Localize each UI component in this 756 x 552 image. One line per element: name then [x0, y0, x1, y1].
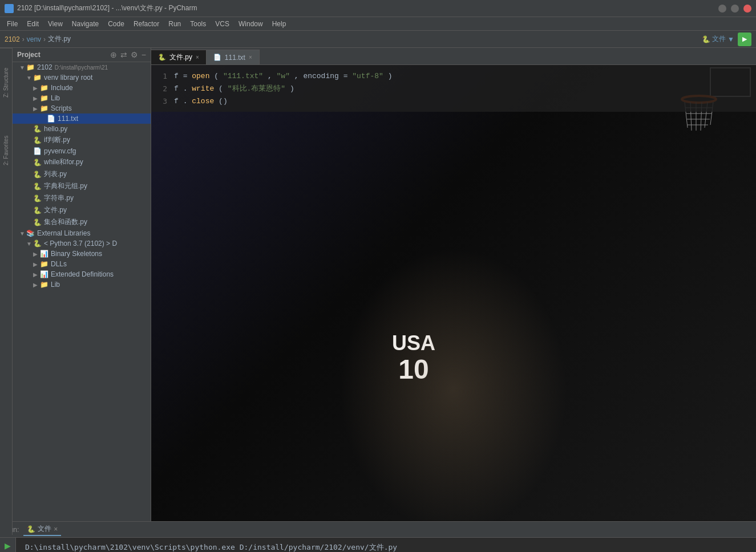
menu-bar: File Edit View Navigate Code Refactor Ru…	[0, 17, 756, 31]
tree-set[interactable]: 🐍 集合和函数.py	[13, 216, 151, 228]
code-editor[interactable]: USA 10 1 f = open ( "111.txt" , "w"	[151, 65, 756, 521]
menu-code[interactable]: Code	[103, 19, 129, 29]
code-lines: 1 f = open ( "111.txt" , "w" , encoding …	[151, 65, 756, 112]
nav-bar: 2102 › venv › 文件.py 🐍 文件 ▼ ▶	[0, 31, 756, 48]
menu-tools[interactable]: Tools	[185, 19, 211, 29]
tree-if[interactable]: 🐍 if判断.py	[13, 134, 151, 146]
tree-dlls[interactable]: ▶ 📁 DLLs	[13, 259, 151, 269]
tree-111txt[interactable]: 📄 111.txt	[13, 113, 151, 124]
run-left-toolbar: ▶ ■ ↺ ↓ ↵ 📌 🖨 🗑 ★	[0, 538, 16, 552]
breadcrumb-file[interactable]: 文件.py	[48, 34, 71, 44]
file-dropdown[interactable]: 🐍 文件 ▼	[702, 34, 734, 44]
run-panel: Run: 🐍 文件 × ▶ ■ ↺ ↓ ↵ 📌 🖨 🗑 ★ D:\install…	[0, 521, 756, 552]
menu-vcs[interactable]: VCS	[211, 19, 234, 29]
run-button[interactable]: ▶	[738, 33, 751, 46]
menu-edit[interactable]: Edit	[22, 19, 43, 29]
tree-lib[interactable]: ▶ 📁 Lib	[13, 93, 151, 103]
tree-include[interactable]: ▶ 📁 Include	[13, 83, 151, 93]
window-controls	[718, 5, 751, 13]
tree-while[interactable]: 🐍 while和for.py	[13, 156, 151, 168]
maximize-btn[interactable]	[731, 5, 739, 13]
project-tree: ▼ 📁 2102 D:\install\pycharm\21 ▼ 📁 venv …	[13, 62, 151, 290]
sidebar: Project ⊕ ⇄ ⚙ − ▼ 📁 2102 D:\install\pych…	[13, 48, 151, 521]
tree-hello[interactable]: 🐍 hello.py	[13, 124, 151, 134]
close-tab-111[interactable]: ×	[249, 54, 252, 60]
tree-scripts[interactable]: ▶ 📁 Scripts	[13, 103, 151, 113]
project-title: Project	[17, 51, 110, 59]
close-tab-file[interactable]: ×	[196, 54, 199, 60]
tree-file[interactable]: 🐍 文件.py	[13, 204, 151, 216]
run-header: Run: 🐍 文件 ×	[0, 522, 756, 538]
code-line-2: 2 f . write ( "科比.布莱恩特" )	[151, 82, 756, 95]
svg-text:10: 10	[398, 354, 428, 384]
run-close[interactable]: ×	[54, 525, 58, 533]
svg-text:USA: USA	[392, 331, 435, 355]
app-icon	[5, 4, 14, 13]
tab-111txt[interactable]: 📄 111.txt ×	[207, 50, 260, 64]
tree-list[interactable]: 🐍 列表.py	[13, 168, 151, 180]
add-file-icon[interactable]: ⊕	[110, 50, 117, 59]
settings-icon[interactable]: ⚙	[131, 50, 138, 59]
breadcrumb-root[interactable]: 2102	[5, 35, 20, 43]
left-vertical-tabs: Z: Structure 2: Favorites	[0, 48, 13, 535]
nav-right: 🐍 文件 ▼ ▶	[702, 33, 751, 46]
project-header: Project ⊕ ⇄ ⚙ −	[13, 48, 151, 62]
tree-venv[interactable]: ▼ 📁 venv library root	[13, 72, 151, 83]
background-image: USA 10	[151, 65, 756, 521]
run-content: ▶ ■ ↺ ↓ ↵ 📌 🖨 🗑 ★ D:\install\pycharm\210…	[0, 538, 756, 552]
tree-binary-skeletons[interactable]: ▶ 📊 Binary Skeletons	[13, 249, 151, 259]
title-bar: 2102 [D:\install\pycharm\2102] - ...\ven…	[0, 0, 756, 17]
sync-icon[interactable]: ⇄	[120, 50, 127, 59]
tree-python[interactable]: ▼ 🐍 < Python 3.7 (2102) > D	[13, 238, 151, 249]
close-btn[interactable]	[743, 5, 751, 13]
menu-window[interactable]: Window	[234, 19, 268, 29]
menu-navigate[interactable]: Navigate	[67, 19, 103, 29]
tree-lib2[interactable]: ▶ 📁 Lib	[13, 279, 151, 290]
minimize-btn[interactable]	[718, 5, 726, 13]
run-command: D:\install\pycharm\2102\venv\Scripts\pyt…	[25, 542, 747, 552]
menu-file[interactable]: File	[2, 19, 22, 29]
structure-tab[interactable]: Z: Structure	[0, 48, 12, 116]
menu-help[interactable]: Help	[268, 19, 291, 29]
tree-root[interactable]: ▼ 📁 2102 D:\install\pycharm\21	[13, 62, 151, 72]
breadcrumb-venv[interactable]: venv	[27, 35, 41, 43]
project-icons: ⊕ ⇄ ⚙ −	[110, 50, 146, 59]
tree-ext-libs[interactable]: ▼ 📚 External Libraries	[13, 228, 151, 238]
tree-cfg[interactable]: 📄 pyvenv.cfg	[13, 146, 151, 156]
run-tab-file[interactable]: 🐍 文件 ×	[23, 523, 61, 536]
tree-ext-defs[interactable]: ▶ 📊 Extended Definitions	[13, 269, 151, 279]
menu-view[interactable]: View	[43, 19, 67, 29]
tree-dict[interactable]: 🐍 字典和元组.py	[13, 180, 151, 192]
main-layout: Z: Structure 2: Favorites Project ⊕ ⇄ ⚙ …	[0, 48, 756, 521]
tab-file-py[interactable]: 🐍 文件.py ×	[151, 50, 207, 64]
run-play-btn[interactable]: ▶	[2, 540, 13, 551]
run-output: D:\install\pycharm\2102\venv\Scripts\pyt…	[16, 538, 756, 552]
player-svg: USA 10	[317, 225, 545, 521]
favorites-tab[interactable]: 2: Favorites	[0, 116, 12, 185]
editor-area: 🐍 文件.py × 📄 111.txt ×	[151, 48, 756, 521]
collapse-icon[interactable]: −	[142, 50, 146, 59]
menu-refactor[interactable]: Refactor	[129, 19, 164, 29]
tree-string[interactable]: 🐍 字符串.py	[13, 192, 151, 204]
tab-bar: 🐍 文件.py × 📄 111.txt ×	[151, 48, 756, 65]
breadcrumb: 2102 › venv › 文件.py	[5, 34, 702, 44]
menu-run[interactable]: Run	[164, 19, 185, 29]
code-line-3: 3 f . close ()	[151, 95, 756, 107]
window-title: 2102 [D:\install\pycharm\2102] - ...\ven…	[17, 3, 718, 13]
code-line-1: 1 f = open ( "111.txt" , "w" , encoding …	[151, 70, 756, 82]
